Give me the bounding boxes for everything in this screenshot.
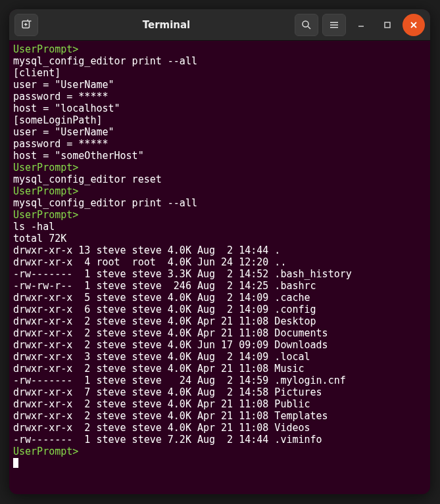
svg-line-6	[308, 26, 310, 29]
titlebar: Terminal	[9, 9, 430, 41]
prompt: UserPrompt>	[13, 162, 78, 173]
svg-rect-11	[385, 22, 390, 28]
svg-point-5	[303, 21, 308, 27]
command-line: ls -hal	[13, 221, 55, 233]
prompt: UserPrompt>	[13, 185, 78, 197]
new-tab-button[interactable]	[14, 14, 38, 36]
window-title: Terminal	[38, 19, 295, 31]
terminal-window: Terminal	[9, 9, 430, 494]
prompt: UserPrompt>	[13, 209, 78, 221]
minimize-button[interactable]	[350, 14, 372, 36]
maximize-button[interactable]	[376, 14, 399, 36]
prompt: UserPrompt>	[13, 446, 78, 457]
prompt: UserPrompt>	[13, 43, 78, 55]
cursor	[13, 458, 18, 468]
hamburger-menu-button[interactable]	[322, 14, 346, 36]
command-line: mysql_config_editor reset	[13, 173, 162, 185]
command-line: mysql_config_editor print --all	[13, 197, 197, 209]
terminal-output-area[interactable]: UserPrompt> mysql_config_editor print --…	[9, 41, 430, 494]
search-button[interactable]	[295, 14, 318, 36]
command-line: mysql_config_editor print --all	[13, 55, 197, 67]
command-output: total 72K drwxr-xr-x 13 steve steve 4.0K…	[13, 233, 352, 446]
close-button[interactable]	[403, 14, 425, 36]
command-output: [client] user = "UserName" password = **…	[13, 67, 144, 162]
